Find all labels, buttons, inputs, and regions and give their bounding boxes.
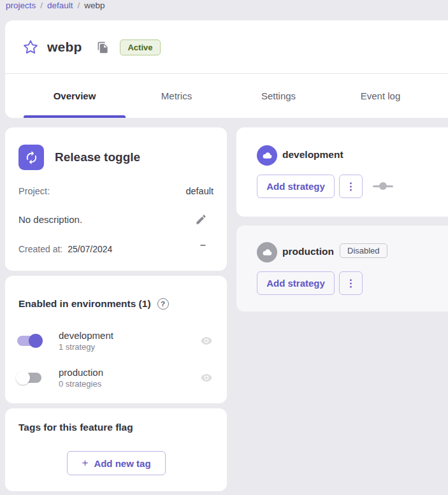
environment-strategy-count: 1 strategy [59,342,199,352]
tags-card: Tags for this feature flag + Add new tag [5,408,227,491]
cloud-icon [262,247,273,258]
breadcrumb-separator: / [40,1,43,10]
development-panel-title: development [282,149,343,161]
add-new-tag-button[interactable]: + Add new tag [67,451,166,475]
breadcrumb: projects / default / webp [6,1,105,10]
help-icon[interactable]: ? [157,298,169,310]
eye-icon [199,371,213,385]
tab-settings[interactable]: Settings [228,74,329,118]
more-actions-button-development[interactable]: ⋮ [339,175,363,198]
breadcrumb-projects-link[interactable]: projects [6,1,36,10]
breadcrumb-default-link[interactable]: default [47,1,73,10]
visibility-button[interactable] [199,333,214,348]
collapse-button[interactable]: – [200,240,206,254]
created-at-value: 25/07/2024 [68,244,112,254]
breadcrumb-separator: / [78,1,80,10]
plus-icon: + [82,457,88,470]
add-new-tag-label: Add new tag [94,458,150,469]
visibility-button[interactable] [199,370,214,385]
environment-strategy-count: 0 strategies [59,379,199,389]
project-value: default [185,186,213,196]
description-text: No description. [18,214,82,225]
toggle-knob [29,334,43,348]
active-tab-underline [24,115,126,118]
cloud-icon [262,150,273,161]
description-row: No description. [18,212,213,226]
production-environment-icon [257,242,277,262]
feature-title-row: webp Active [5,20,448,74]
feature-type-title: Release toggle [55,150,140,164]
copy-icon [97,41,109,54]
tags-title: Tags for this feature flag [18,422,133,433]
enabled-environments-title: Enabled in environments (1) [18,298,151,310]
disabled-badge: Disabled [340,243,387,258]
edit-description-button[interactable] [194,212,208,226]
feature-name-title: webp [47,39,82,55]
project-row: Project: default [18,186,213,196]
production-panel-title: production [282,246,334,257]
more-actions-button-production[interactable]: ⋮ [339,271,363,295]
environment-name: production [59,367,199,378]
environment-toggle-row-development: development 1 strategy [17,327,214,355]
development-environment-icon [257,145,277,166]
kebab-icon: ⋮ [346,180,356,192]
tab-overview[interactable]: Overview [24,74,126,118]
feature-details-card: Release toggle Project: default No descr… [5,127,227,271]
development-toggle[interactable] [17,336,41,346]
kebab-icon: ⋮ [346,277,356,289]
created-at-row: Created at: 25/07/2024 – [18,244,213,254]
development-environment-panel: development Add strategy ⋮ [236,127,448,217]
tab-event-log[interactable]: Event log [329,74,431,118]
production-environment-panel: production Disabled Add strategy ⋮ [236,226,448,312]
environment-name: development [59,330,199,341]
toggle-knob [16,371,30,385]
feature-header-card: webp Active Overview Metrics Settings Ev… [5,20,448,118]
add-strategy-button-development[interactable]: Add strategy [257,175,335,198]
release-toggle-icon [18,145,44,170]
collapsed-strategy-indicator-icon [373,182,393,190]
created-at-label: Created at: [18,244,62,254]
pencil-icon [195,213,207,226]
star-icon [22,39,39,55]
tab-metrics[interactable]: Metrics [126,74,228,118]
tab-bar: Overview Metrics Settings Event log [24,74,431,118]
enabled-environments-card: Enabled in environments (1) ? developmen… [5,276,227,403]
breadcrumb-current-page: webp [84,1,105,10]
project-label: Project: [18,186,50,196]
favorite-button[interactable] [22,38,40,56]
status-badge: Active [120,39,160,55]
eye-icon [199,334,213,348]
production-toggle[interactable] [17,373,41,383]
sync-icon [24,150,39,165]
environment-toggle-row-production: production 0 strategies [17,364,214,392]
copy-name-button[interactable] [96,40,110,54]
add-strategy-button-production[interactable]: Add strategy [257,271,335,295]
